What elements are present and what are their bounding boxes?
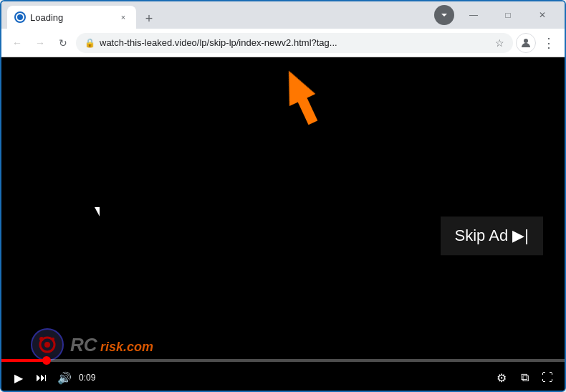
refresh-button[interactable]: ↻ (53, 33, 73, 53)
skip-ad-button[interactable]: Skip Ad ▶| (441, 216, 543, 255)
tab-close-button[interactable]: × (117, 11, 129, 23)
settings-button[interactable]: ⚙ (493, 369, 510, 386)
tab-title: Loading (30, 12, 113, 23)
svg-point-5 (39, 337, 44, 341)
extensions-button[interactable] (434, 5, 454, 25)
volume-button[interactable]: 🔊 (56, 369, 73, 386)
video-controls: ▶ ⏭ 🔊 0:09 ⚙ ⧉ ⛶ (1, 353, 565, 391)
tab-favicon (14, 11, 26, 23)
progress-dot (42, 356, 51, 365)
page-content: Skip Ad ▶| RC risk.com (1, 57, 565, 391)
window-controls: — □ ✕ (457, 4, 559, 27)
url-bar[interactable]: 🔒 watch-this-leaked.video/lp/skip-lp/ind… (76, 33, 513, 53)
miniplayer-button[interactable]: ⧉ (516, 369, 533, 386)
url-text: watch-this-leaked.video/lp/skip-lp/index… (100, 37, 491, 48)
svg-point-4 (44, 342, 50, 348)
back-button[interactable]: ← (7, 33, 27, 53)
new-tab-button[interactable]: + (139, 9, 159, 29)
fullscreen-button[interactable]: ⛶ (539, 369, 556, 386)
progress-fill (1, 359, 47, 362)
controls-row: ▶ ⏭ 🔊 0:09 ⚙ ⧉ ⛶ (1, 366, 565, 391)
play-button[interactable]: ▶ (10, 369, 27, 386)
lock-icon: 🔒 (85, 38, 95, 48)
next-button[interactable]: ⏭ (33, 369, 50, 386)
right-controls: ⚙ ⧉ ⛶ (493, 369, 556, 386)
orange-arrow (269, 64, 326, 132)
progress-bar[interactable] (1, 359, 565, 362)
maximize-button[interactable]: □ (491, 4, 524, 27)
profile-button[interactable] (516, 33, 536, 53)
close-button[interactable]: ✕ (526, 4, 559, 27)
title-bar: Loading × + — □ ✕ (1, 1, 565, 29)
time-display: 0:09 (79, 373, 95, 383)
svg-point-0 (524, 39, 528, 43)
active-tab[interactable]: Loading × (7, 6, 136, 29)
svg-marker-1 (276, 64, 326, 128)
watermark-text: RC risk.com (70, 334, 153, 356)
minimize-button[interactable]: — (457, 4, 490, 27)
tab-area: Loading × + (7, 1, 428, 29)
mouse-cursor (95, 207, 100, 216)
forward-button[interactable]: → (30, 33, 50, 53)
svg-point-6 (52, 338, 54, 340)
browser-window: Loading × + — □ ✕ ← → ↻ 🔒 watch-this-lea… (0, 0, 566, 392)
address-bar: ← → ↻ 🔒 watch-this-leaked.video/lp/skip-… (1, 29, 565, 57)
menu-button[interactable]: ⋮ (539, 33, 559, 53)
bookmark-star-icon[interactable]: ☆ (495, 37, 504, 49)
video-player[interactable]: Skip Ad ▶| RC risk.com (1, 57, 565, 391)
